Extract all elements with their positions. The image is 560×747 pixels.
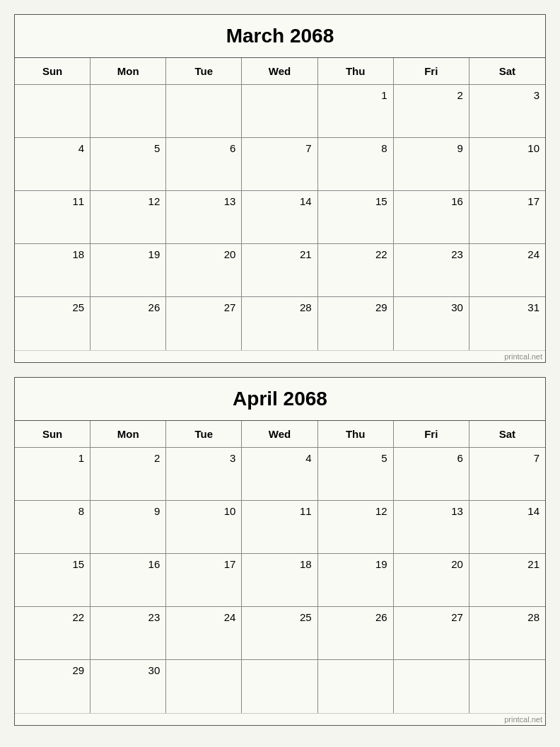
day-cell-1-6: 14 [469,501,545,554]
day-cell-4-2 [166,660,242,713]
week-row-1: 891011121314 [15,501,545,554]
day-cell-1-1: 5 [91,138,166,191]
april-title: April 2068 [15,378,545,421]
day-cell-2-3: 18 [242,554,317,607]
april-grid: Sun Mon Tue Wed Thu Fri Sat [15,421,545,448]
day-cell-0-2 [166,85,242,138]
day-cell-0-1 [91,85,166,138]
day-cell-1-1: 9 [91,501,166,554]
day-cell-4-0: 29 [15,660,91,713]
week-row-0: 123 [15,85,545,138]
day-cell-1-5: 9 [394,138,469,191]
day-cell-2-0: 15 [15,554,91,607]
day-cell-0-2: 3 [166,448,242,501]
day-cell-4-2: 27 [166,297,242,350]
week-row-4: 2930 [15,660,545,713]
day-cell-1-4: 12 [318,501,394,554]
week-row-4: 25262728293031 [15,297,545,350]
header-sat-april: Sat [469,421,545,448]
calendar-container: March 2068 Sun Mon Tue Wed Thu Fri Sat 1… [14,14,546,726]
day-cell-2-4: 15 [318,191,394,244]
day-cell-2-3: 14 [242,191,317,244]
day-cell-1-6: 10 [469,138,545,191]
header-mon-april: Mon [91,421,166,448]
day-cell-3-0: 22 [15,607,91,660]
day-cell-3-3: 25 [242,607,317,660]
day-cell-1-5: 13 [394,501,469,554]
header-tue-april: Tue [166,421,242,448]
day-cell-3-1: 23 [91,607,166,660]
day-cell-0-4: 5 [318,448,394,501]
day-cell-4-0: 25 [15,297,91,350]
watermark-april: printcal.net [15,713,545,725]
day-cell-4-1: 26 [91,297,166,350]
header-thu-april: Thu [318,421,394,448]
day-cell-1-2: 10 [166,501,242,554]
day-cell-2-6: 17 [469,191,545,244]
header-thu-march: Thu [318,58,394,85]
header-sun-march: Sun [15,58,91,85]
day-cell-1-3: 7 [242,138,317,191]
week-row-3: 18192021222324 [15,244,545,297]
day-cell-4-5: 30 [394,297,469,350]
day-cell-0-3: 4 [242,448,317,501]
day-cell-0-0: 1 [15,448,91,501]
day-cell-1-2: 6 [166,138,242,191]
day-cell-3-2: 24 [166,607,242,660]
day-cell-1-4: 8 [318,138,394,191]
march-title: March 2068 [15,15,545,58]
day-cell-4-4: 29 [318,297,394,350]
header-wed-march: Wed [242,58,317,85]
header-tue-march: Tue [166,58,242,85]
day-cell-0-0 [15,85,91,138]
day-cell-0-6: 7 [469,448,545,501]
day-cell-3-5: 23 [394,244,469,297]
day-cell-1-3: 11 [242,501,317,554]
header-mon-march: Mon [91,58,166,85]
day-cell-4-5 [394,660,469,713]
day-cell-0-5: 2 [394,85,469,138]
march-calendar: March 2068 Sun Mon Tue Wed Thu Fri Sat 1… [14,14,546,363]
day-cell-0-5: 6 [394,448,469,501]
day-cell-2-1: 16 [91,554,166,607]
day-cell-3-2: 20 [166,244,242,297]
day-cell-3-6: 24 [469,244,545,297]
day-cell-3-4: 26 [318,607,394,660]
day-cell-3-1: 19 [91,244,166,297]
week-row-3: 22232425262728 [15,607,545,660]
watermark-march: printcal.net [15,350,545,362]
week-row-2: 11121314151617 [15,191,545,244]
day-cell-0-6: 3 [469,85,545,138]
header-fri-april: Fri [394,421,469,448]
day-cell-2-4: 19 [318,554,394,607]
header-sun-april: Sun [15,421,91,448]
day-cell-2-6: 21 [469,554,545,607]
day-cell-2-0: 11 [15,191,91,244]
day-cell-2-1: 12 [91,191,166,244]
day-cell-4-4 [318,660,394,713]
header-fri-march: Fri [394,58,469,85]
header-sat-march: Sat [469,58,545,85]
march-grid: Sun Mon Tue Wed Thu Fri Sat [15,58,545,85]
day-cell-4-6 [469,660,545,713]
day-cell-4-6: 31 [469,297,545,350]
day-cell-1-0: 4 [15,138,91,191]
day-cell-2-2: 17 [166,554,242,607]
march-weeks: 1234567891011121314151617181920212223242… [15,85,545,350]
day-cell-3-0: 18 [15,244,91,297]
header-wed-april: Wed [242,421,317,448]
day-cell-0-1: 2 [91,448,166,501]
day-cell-2-5: 16 [394,191,469,244]
day-cell-2-5: 20 [394,554,469,607]
day-cell-4-3: 28 [242,297,317,350]
day-cell-0-4: 1 [318,85,394,138]
week-row-1: 45678910 [15,138,545,191]
day-cell-1-0: 8 [15,501,91,554]
april-weeks: 1234567891011121314151617181920212223242… [15,448,545,713]
day-cell-0-3 [242,85,317,138]
day-cell-3-5: 27 [394,607,469,660]
day-cell-2-2: 13 [166,191,242,244]
april-calendar: April 2068 Sun Mon Tue Wed Thu Fri Sat 1… [14,377,546,726]
day-cell-3-6: 28 [469,607,545,660]
day-cell-3-3: 21 [242,244,317,297]
